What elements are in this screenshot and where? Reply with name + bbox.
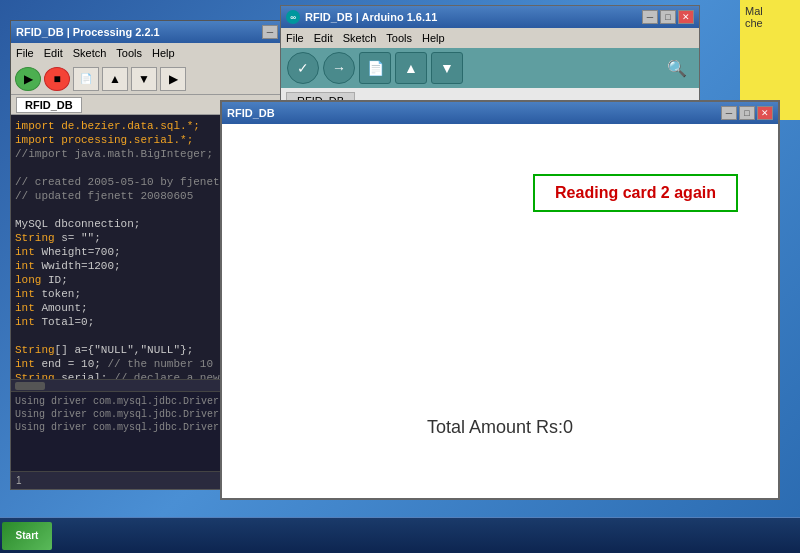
rfid-close-btn[interactable]: ✕ [757, 106, 773, 120]
rfid-window-controls: ─ □ ✕ [721, 106, 773, 120]
rfid-maximize-btn[interactable]: □ [739, 106, 755, 120]
processing-tab[interactable]: RFID_DB [16, 97, 82, 113]
new-button[interactable]: 📄 [73, 67, 99, 91]
save-button[interactable]: ▼ [131, 67, 157, 91]
arduino-menu-tools[interactable]: Tools [386, 32, 412, 44]
arduino-menu-edit[interactable]: Edit [314, 32, 333, 44]
arduino-verify-btn[interactable]: ✓ [287, 52, 319, 84]
scrollbar-thumb[interactable] [15, 382, 45, 390]
arduino-new-btn[interactable]: 📄 [359, 52, 391, 84]
arduino-toolbar: ✓ → 📄 ▲ ▼ 🔍 [281, 48, 699, 88]
rfid-titlebar[interactable]: RFID_DB ─ □ ✕ [222, 102, 778, 124]
processing-menu-sketch[interactable]: Sketch [73, 47, 107, 59]
rfid-title: RFID_DB [227, 107, 275, 119]
rfid-output-window: RFID_DB ─ □ ✕ Reading card 2 again Total… [220, 100, 780, 500]
rfid-content: Reading card 2 again Total Amount Rs:0 [222, 124, 778, 498]
stop-button[interactable]: ■ [44, 67, 70, 91]
arduino-icon: ∞ [286, 10, 300, 24]
arduino-upload-btn[interactable]: → [323, 52, 355, 84]
processing-minimize-btn[interactable]: ─ [262, 25, 278, 39]
processing-menu-tools[interactable]: Tools [116, 47, 142, 59]
processing-toolbar: ▶ ■ 📄 ▲ ▼ ▶ [11, 63, 319, 95]
processing-titlebar[interactable]: RFID_DB | Processing 2.2.1 ─ □ ✕ [11, 21, 319, 43]
arduino-title: RFID_DB | Arduino 1.6.11 [305, 11, 437, 23]
start-button[interactable]: Start [2, 522, 52, 550]
arduino-menu-sketch[interactable]: Sketch [343, 32, 377, 44]
desktop: Mal che RFID_DB | Processing 2.2.1 ─ □ ✕… [0, 0, 800, 553]
sticky-note-text2: che [745, 17, 795, 29]
sticky-note-text1: Mal [745, 5, 795, 17]
arduino-menu-help[interactable]: Help [422, 32, 445, 44]
processing-menu-file[interactable]: File [16, 47, 34, 59]
taskbar: Start [0, 517, 800, 553]
total-amount-display: Total Amount Rs:0 [427, 417, 573, 438]
rfid-minimize-btn[interactable]: ─ [721, 106, 737, 120]
arduino-close-btn[interactable]: ✕ [678, 10, 694, 24]
arduino-window-controls: ─ □ ✕ [642, 10, 694, 24]
open-button[interactable]: ▲ [102, 67, 128, 91]
arduino-open-btn[interactable]: ▲ [395, 52, 427, 84]
arduino-save-btn[interactable]: ▼ [431, 52, 463, 84]
run-button[interactable]: ▶ [15, 67, 41, 91]
arduino-titlebar[interactable]: ∞ RFID_DB | Arduino 1.6.11 ─ □ ✕ [281, 6, 699, 28]
processing-menu-help[interactable]: Help [152, 47, 175, 59]
processing-menubar: File Edit Sketch Tools Help [11, 43, 319, 63]
arduino-minimize-btn[interactable]: ─ [642, 10, 658, 24]
arduino-maximize-btn[interactable]: □ [660, 10, 676, 24]
arduino-search-btn[interactable]: 🔍 [661, 52, 693, 84]
export-button[interactable]: ▶ [160, 67, 186, 91]
reading-card-message: Reading card 2 again [533, 174, 738, 212]
processing-menu-edit[interactable]: Edit [44, 47, 63, 59]
status-line-number: 1 [16, 475, 22, 486]
arduino-menu-file[interactable]: File [286, 32, 304, 44]
processing-title: RFID_DB | Processing 2.2.1 [16, 26, 160, 38]
arduino-menubar: File Edit Sketch Tools Help [281, 28, 699, 48]
